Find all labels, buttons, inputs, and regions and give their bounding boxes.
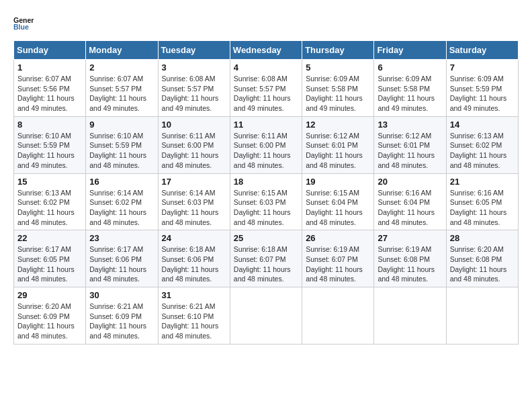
calendar-cell: 15Sunrise: 6:13 AM Sunset: 6:02 PM Dayli… [14, 173, 86, 230]
calendar-cell: 7Sunrise: 6:09 AM Sunset: 5:59 PM Daylig… [446, 60, 518, 117]
calendar-cell: 17Sunrise: 6:14 AM Sunset: 6:03 PM Dayli… [158, 173, 230, 230]
calendar-week-row: 1Sunrise: 6:07 AM Sunset: 5:56 PM Daylig… [14, 60, 519, 117]
day-number: 26 [306, 233, 370, 243]
day-info: Sunrise: 6:09 AM Sunset: 5:58 PM Dayligh… [306, 74, 370, 113]
day-number: 8 [17, 120, 82, 130]
day-info: Sunrise: 6:16 AM Sunset: 6:04 PM Dayligh… [378, 188, 442, 228]
day-info: Sunrise: 6:19 AM Sunset: 6:07 PM Dayligh… [306, 244, 370, 284]
day-of-week-header: Thursday [302, 41, 374, 60]
day-info: Sunrise: 6:13 AM Sunset: 6:02 PM Dayligh… [450, 131, 515, 171]
calendar-cell: 13Sunrise: 6:12 AM Sunset: 6:01 PM Dayli… [374, 116, 446, 173]
day-info: Sunrise: 6:15 AM Sunset: 6:03 PM Dayligh… [234, 188, 298, 228]
day-info: Sunrise: 6:15 AM Sunset: 6:04 PM Dayligh… [306, 188, 370, 228]
calendar-cell: 18Sunrise: 6:15 AM Sunset: 6:03 PM Dayli… [230, 173, 302, 230]
day-info: Sunrise: 6:17 AM Sunset: 6:06 PM Dayligh… [89, 244, 154, 284]
calendar-header-row: SundayMondayTuesdayWednesdayThursdayFrid… [14, 41, 519, 60]
day-number: 31 [162, 290, 226, 300]
calendar-cell [230, 287, 302, 345]
day-number: 12 [306, 120, 370, 130]
day-number: 28 [450, 233, 515, 243]
day-number: 23 [89, 233, 154, 243]
day-number: 1 [17, 62, 82, 73]
day-number: 4 [234, 62, 298, 73]
day-number: 25 [234, 233, 298, 243]
day-number: 29 [17, 290, 82, 300]
day-info: Sunrise: 6:14 AM Sunset: 6:03 PM Dayligh… [162, 188, 226, 228]
day-number: 5 [306, 62, 370, 73]
day-of-week-header: Wednesday [230, 41, 302, 60]
calendar-cell: 31Sunrise: 6:21 AM Sunset: 6:10 PM Dayli… [158, 287, 230, 345]
day-info: Sunrise: 6:13 AM Sunset: 6:02 PM Dayligh… [17, 188, 82, 228]
day-number: 22 [17, 233, 82, 243]
day-info: Sunrise: 6:16 AM Sunset: 6:05 PM Dayligh… [450, 188, 515, 228]
day-number: 30 [89, 290, 154, 300]
day-number: 3 [162, 62, 226, 73]
calendar-cell: 16Sunrise: 6:14 AM Sunset: 6:02 PM Dayli… [86, 173, 158, 230]
calendar-cell: 24Sunrise: 6:18 AM Sunset: 6:06 PM Dayli… [158, 230, 230, 287]
calendar-cell: 6Sunrise: 6:09 AM Sunset: 5:58 PM Daylig… [374, 60, 446, 117]
calendar-cell: 4Sunrise: 6:08 AM Sunset: 5:57 PM Daylig… [230, 60, 302, 117]
calendar-cell: 22Sunrise: 6:17 AM Sunset: 6:05 PM Dayli… [14, 230, 86, 287]
day-number: 10 [162, 120, 226, 130]
calendar-table: SundayMondayTuesdayWednesdayThursdayFrid… [13, 40, 519, 345]
day-info: Sunrise: 6:08 AM Sunset: 5:57 PM Dayligh… [234, 74, 298, 113]
day-info: Sunrise: 6:18 AM Sunset: 6:06 PM Dayligh… [162, 244, 226, 284]
day-info: Sunrise: 6:11 AM Sunset: 6:00 PM Dayligh… [162, 131, 226, 171]
day-info: Sunrise: 6:09 AM Sunset: 5:58 PM Dayligh… [378, 74, 442, 113]
day-number: 27 [378, 233, 442, 243]
day-info: Sunrise: 6:11 AM Sunset: 6:00 PM Dayligh… [234, 131, 298, 171]
calendar-cell: 19Sunrise: 6:15 AM Sunset: 6:04 PM Dayli… [302, 173, 374, 230]
day-number: 21 [450, 177, 515, 187]
calendar-cell: 11Sunrise: 6:11 AM Sunset: 6:00 PM Dayli… [230, 116, 302, 173]
day-number: 13 [378, 120, 442, 130]
day-info: Sunrise: 6:10 AM Sunset: 5:59 PM Dayligh… [17, 131, 82, 171]
calendar-cell [374, 287, 446, 345]
day-number: 19 [306, 177, 370, 187]
day-of-week-header: Friday [374, 41, 446, 60]
calendar-cell: 12Sunrise: 6:12 AM Sunset: 6:01 PM Dayli… [302, 116, 374, 173]
day-info: Sunrise: 6:18 AM Sunset: 6:07 PM Dayligh… [234, 244, 298, 284]
day-number: 18 [234, 177, 298, 187]
calendar-cell: 29Sunrise: 6:20 AM Sunset: 6:09 PM Dayli… [14, 287, 86, 345]
day-number: 6 [378, 62, 442, 73]
day-info: Sunrise: 6:12 AM Sunset: 6:01 PM Dayligh… [378, 131, 442, 171]
calendar-cell: 20Sunrise: 6:16 AM Sunset: 6:04 PM Dayli… [374, 173, 446, 230]
calendar-cell: 23Sunrise: 6:17 AM Sunset: 6:06 PM Dayli… [86, 230, 158, 287]
day-info: Sunrise: 6:21 AM Sunset: 6:09 PM Dayligh… [89, 302, 154, 341]
day-info: Sunrise: 6:09 AM Sunset: 5:59 PM Dayligh… [450, 74, 515, 113]
calendar-cell: 2Sunrise: 6:07 AM Sunset: 5:57 PM Daylig… [86, 60, 158, 117]
calendar-week-row: 8Sunrise: 6:10 AM Sunset: 5:59 PM Daylig… [14, 116, 519, 173]
day-number: 7 [450, 62, 515, 73]
day-info: Sunrise: 6:20 AM Sunset: 6:08 PM Dayligh… [450, 244, 515, 284]
calendar-cell: 10Sunrise: 6:11 AM Sunset: 6:00 PM Dayli… [158, 116, 230, 173]
calendar-cell: 30Sunrise: 6:21 AM Sunset: 6:09 PM Dayli… [86, 287, 158, 345]
calendar-cell [446, 287, 518, 345]
calendar-week-row: 29Sunrise: 6:20 AM Sunset: 6:09 PM Dayli… [14, 287, 519, 345]
day-number: 16 [89, 177, 154, 187]
day-number: 17 [162, 177, 226, 187]
calendar-week-row: 15Sunrise: 6:13 AM Sunset: 6:02 PM Dayli… [14, 173, 519, 230]
day-number: 15 [17, 177, 82, 187]
calendar-cell: 5Sunrise: 6:09 AM Sunset: 5:58 PM Daylig… [302, 60, 374, 117]
day-info: Sunrise: 6:21 AM Sunset: 6:10 PM Dayligh… [162, 302, 226, 341]
day-info: Sunrise: 6:12 AM Sunset: 6:01 PM Dayligh… [306, 131, 370, 171]
day-of-week-header: Sunday [14, 41, 86, 60]
calendar-cell: 3Sunrise: 6:08 AM Sunset: 5:57 PM Daylig… [158, 60, 230, 117]
day-info: Sunrise: 6:19 AM Sunset: 6:08 PM Dayligh… [378, 244, 442, 284]
calendar-cell: 21Sunrise: 6:16 AM Sunset: 6:05 PM Dayli… [446, 173, 518, 230]
calendar-cell [302, 287, 374, 345]
svg-text:Blue: Blue [13, 23, 29, 31]
day-number: 9 [89, 120, 154, 130]
day-number: 24 [162, 233, 226, 243]
calendar-cell: 1Sunrise: 6:07 AM Sunset: 5:56 PM Daylig… [14, 60, 86, 117]
calendar-cell: 14Sunrise: 6:13 AM Sunset: 6:02 PM Dayli… [446, 116, 518, 173]
day-of-week-header: Saturday [446, 41, 518, 60]
day-number: 2 [89, 62, 154, 73]
day-number: 20 [378, 177, 442, 187]
calendar-cell: 9Sunrise: 6:10 AM Sunset: 5:59 PM Daylig… [86, 116, 158, 173]
day-number: 14 [450, 120, 515, 130]
logo-icon: GeneralBlue [13, 13, 34, 34]
calendar-cell: 8Sunrise: 6:10 AM Sunset: 5:59 PM Daylig… [14, 116, 86, 173]
calendar-week-row: 22Sunrise: 6:17 AM Sunset: 6:05 PM Dayli… [14, 230, 519, 287]
day-of-week-header: Monday [86, 41, 158, 60]
